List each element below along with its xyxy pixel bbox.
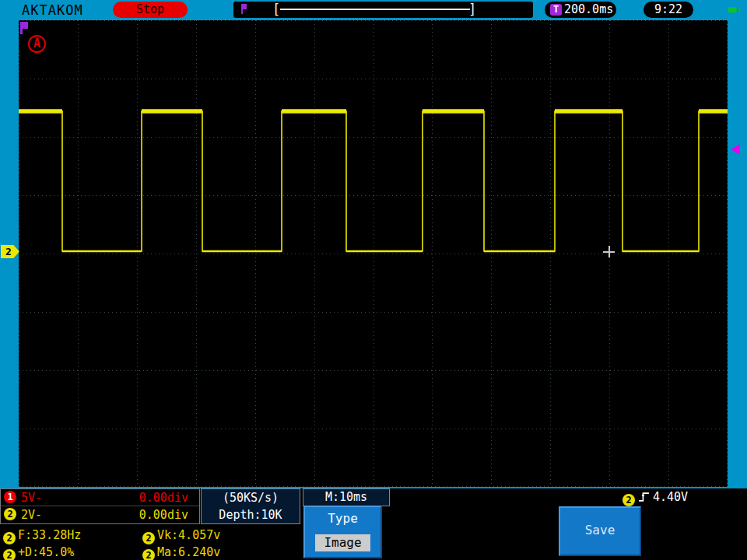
channel1-row: 1 5V- 0.00div <box>1 489 199 506</box>
acquisition-box: (50KS/s) Depth:10K <box>201 488 300 524</box>
window-left-bracket: [ <box>272 2 280 18</box>
rising-edge-icon <box>638 491 650 502</box>
type-label: Type <box>305 511 381 526</box>
measurement-label: Vk:4.057v <box>157 528 220 542</box>
channel2-scale: 2V- <box>21 506 42 523</box>
usb-icon <box>727 2 742 17</box>
channel2-offset: 0.00div <box>139 506 188 523</box>
measurement-item: 2F:33.28Hz <box>3 527 81 544</box>
waveform-display: A <box>19 20 728 487</box>
channel2-position-marker[interactable]: 2 <box>1 245 19 258</box>
trigger-hpos-marker-icon <box>20 22 28 29</box>
top-bar: AKTAKOM Stop [ ] T200.0ms 9:22 <box>0 0 747 20</box>
timebase-label: M:10ms <box>303 488 390 506</box>
channel1-scale: 5V- <box>21 489 42 506</box>
trigger-position-bar: [ ] <box>233 2 533 18</box>
channel2-row: 2 2V- 0.00div <box>1 506 199 523</box>
trigger-time-readout: T200.0ms <box>545 2 616 18</box>
trigger-time-value: 200.0ms <box>564 2 613 16</box>
cursor-crosshair <box>603 246 615 257</box>
type-softkey[interactable]: Type Image <box>303 506 382 558</box>
measurement-label: F:33.28Hz <box>18 528 81 542</box>
measurement-channel-badge: 2 <box>142 549 155 560</box>
record-window-line <box>280 9 470 10</box>
measurement-label: Ma:6.240v <box>157 545 220 559</box>
measurement-item: 2Ma:6.240v <box>142 544 220 560</box>
acquire-mode-badge: A <box>28 35 46 53</box>
measurement-item: 2+D:45.0% <box>3 544 74 560</box>
status-bar: 1 5V- 0.00div 2 2V- 0.00div (50KS/s) Dep… <box>0 488 747 560</box>
memory-depth-label: Depth:10K <box>202 506 300 523</box>
trigger-level-marker[interactable] <box>731 144 740 155</box>
trigger-info: 24.40V <box>622 488 688 506</box>
measurement-label: +D:45.0% <box>18 545 74 559</box>
waveform-plot <box>19 20 728 487</box>
trigger-channel-badge: 2 <box>622 494 635 506</box>
trigger-icon: T <box>550 4 562 16</box>
channel1-badge: 1 <box>4 491 16 503</box>
measurement-channel-badge: 2 <box>3 549 16 560</box>
channel1-offset: 0.00div <box>139 489 188 506</box>
type-value-image[interactable]: Image <box>315 534 370 551</box>
run-stop-button[interactable]: Stop <box>113 2 188 18</box>
sample-rate-label: (50KS/s) <box>202 489 300 506</box>
brand-label: AKTAKOM <box>22 2 83 18</box>
clock: 9:22 <box>644 2 693 18</box>
measurement-item: 2Vk:4.057v <box>142 527 220 544</box>
measurement-channel-badge: 2 <box>142 532 155 544</box>
measurement-channel-badge: 2 <box>3 532 16 544</box>
trigger-position-marker-icon <box>241 4 247 9</box>
channel2-badge: 2 <box>4 508 16 520</box>
trigger-level-label: 4.40V <box>653 490 688 504</box>
window-right-bracket: ] <box>468 2 476 18</box>
save-button[interactable]: Save <box>559 506 641 556</box>
oscilloscope-ui: AKTAKOM Stop [ ] T200.0ms 9:22 A 2 1 <box>0 0 747 560</box>
channel-info-panel: 1 5V- 0.00div 2 2V- 0.00div <box>0 488 200 524</box>
